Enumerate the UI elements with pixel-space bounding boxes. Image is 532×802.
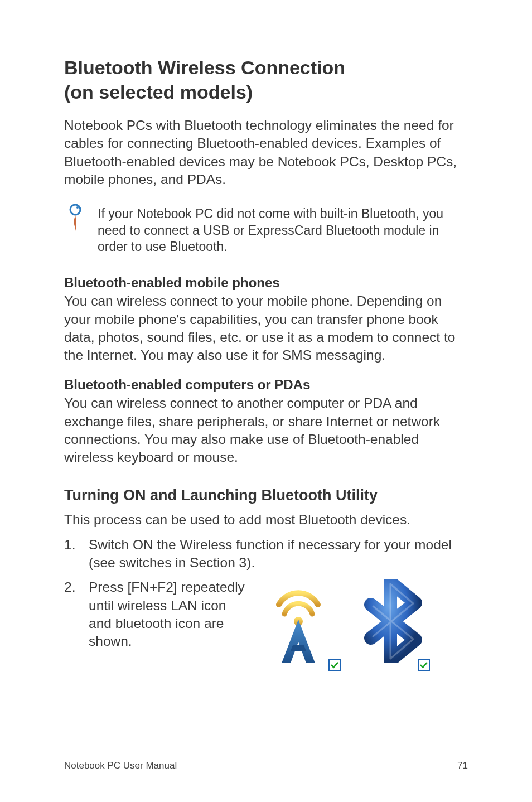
check-badge-icon	[418, 659, 430, 671]
step-number: 1.	[64, 536, 89, 572]
page-footer: Notebook PC User Manual 71	[64, 756, 468, 772]
check-badge-icon	[328, 659, 341, 671]
step-images	[259, 578, 468, 668]
wireless-lan-icon	[259, 579, 337, 668]
step-text: Press [FN+F2] repeatedly until wireless …	[89, 578, 245, 650]
section-heading: Bluetooth-enabled mobile phones	[64, 274, 468, 292]
section-computers-pdas: Bluetooth-enabled computers or PDAs You …	[64, 376, 468, 467]
footer-left: Notebook PC User Manual	[64, 760, 177, 772]
section-body: You can wireless connect to your mobile …	[64, 292, 468, 364]
section-heading: Bluetooth-enabled computers or PDAs	[64, 376, 468, 394]
footer-page-number: 71	[457, 760, 468, 772]
note-text: If your Notebook PC did not come with bu…	[98, 201, 468, 260]
subheading: Turning ON and Launching Bluetooth Utili…	[64, 486, 468, 506]
step-2: 2. Press [FN+F2] repeatedly until wirele…	[64, 578, 468, 668]
svg-point-0	[70, 205, 80, 215]
section-mobile-phones: Bluetooth-enabled mobile phones You can …	[64, 274, 468, 365]
title-line2: (on selected models)	[64, 81, 253, 103]
title-line1: Bluetooth Wireless Connection	[64, 57, 345, 78]
bluetooth-icon	[354, 579, 427, 668]
page-title: Bluetooth Wireless Connection (on select…	[64, 56, 468, 104]
step-1: 1. Switch ON the Wireless function if ne…	[64, 536, 468, 572]
pushpin-icon	[64, 201, 98, 235]
subintro: This process can be used to add most Blu…	[64, 511, 468, 529]
steps-list: 1. Switch ON the Wireless function if ne…	[64, 536, 468, 668]
step-number: 2.	[64, 578, 89, 668]
step-text: Switch ON the Wireless function if neces…	[89, 536, 468, 572]
svg-point-1	[76, 206, 79, 209]
intro-paragraph: Notebook PCs with Bluetooth technology e…	[64, 117, 468, 189]
note-block: If your Notebook PC did not come with bu…	[64, 201, 468, 260]
section-body: You can wireless connect to another comp…	[64, 394, 468, 466]
